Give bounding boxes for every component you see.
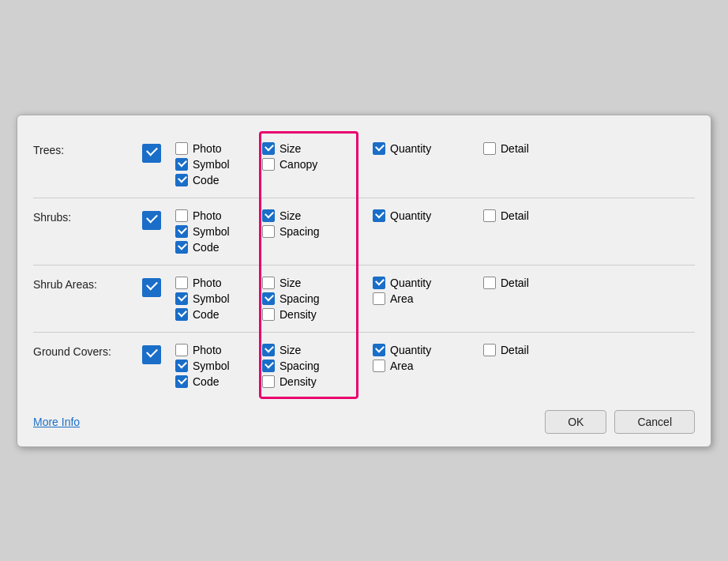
spacing-check-shrubs[interactable]: [262, 225, 275, 238]
detail-check-shrub-areas[interactable]: [483, 277, 496, 289]
main-check-shrub-areas[interactable]: [142, 278, 161, 297]
photo-label-trees[interactable]: Photo: [193, 142, 222, 155]
size-check-trees[interactable]: [262, 142, 275, 155]
density-check-ground-covers[interactable]: [262, 375, 275, 388]
code-check-shrubs[interactable]: [175, 241, 188, 254]
density-label-ground-covers[interactable]: Density: [280, 375, 317, 388]
photo-label-shrubs[interactable]: Photo: [193, 209, 222, 222]
detail-label-shrub-areas[interactable]: Detail: [501, 277, 529, 289]
col-quantity-shrub-areas: Quantity Area: [365, 277, 475, 305]
code-label-ground-covers[interactable]: Code: [193, 375, 219, 388]
area-label-ground-covers[interactable]: Area: [390, 360, 414, 372]
detail-check-trees[interactable]: [483, 142, 496, 155]
photo-check-ground-covers[interactable]: [175, 344, 188, 356]
size-label-shrubs[interactable]: Size: [280, 209, 301, 222]
spacing-label-ground-covers[interactable]: Spacing: [280, 360, 320, 372]
quantity-row-ground-covers: Quantity: [373, 344, 475, 356]
size-label-trees[interactable]: Size: [280, 142, 301, 155]
col-detail-ground-covers: Detail: [475, 344, 570, 356]
footer: More Info OK Cancel: [33, 399, 695, 434]
quantity-label-ground-covers[interactable]: Quantity: [390, 344, 431, 356]
col-quantity-trees: Quantity: [365, 142, 475, 155]
section-shrub-areas: Shrub Areas: Photo Symbol Code: [33, 265, 695, 333]
code-row-shrub-areas: Code: [175, 308, 262, 321]
detail-check-shrubs[interactable]: [483, 209, 496, 222]
size-label-shrub-areas[interactable]: Size: [280, 277, 301, 289]
size-row-trees: Size: [262, 142, 365, 155]
detail-check-ground-covers[interactable]: [483, 344, 496, 356]
quantity-check-shrub-areas[interactable]: [373, 277, 385, 289]
canopy-check-trees[interactable]: [262, 158, 275, 171]
photo-check-trees[interactable]: [175, 142, 188, 155]
size-check-ground-covers[interactable]: [262, 344, 275, 356]
quantity-row-shrubs: Quantity: [373, 209, 475, 222]
col-photo-symbol-shrub-areas: Photo Symbol Code: [175, 277, 262, 321]
cancel-button[interactable]: Cancel: [614, 410, 695, 434]
label-ground-covers: Ground Covers:: [33, 344, 128, 358]
label-trees: Trees:: [33, 142, 128, 156]
canopy-label-trees[interactable]: Canopy: [280, 158, 317, 171]
code-label-shrubs[interactable]: Code: [193, 241, 219, 254]
detail-label-shrubs[interactable]: Detail: [501, 209, 529, 222]
canopy-row-trees: Canopy: [262, 158, 365, 171]
main-check-shrubs[interactable]: [142, 211, 161, 230]
symbol-label-shrubs[interactable]: Symbol: [193, 225, 230, 238]
photo-check-shrubs[interactable]: [175, 209, 188, 222]
section-trees: Trees: Photo Symbol Code: [33, 131, 695, 198]
photo-label-shrub-areas[interactable]: Photo: [193, 277, 222, 289]
spacing-check-shrub-areas[interactable]: [262, 292, 275, 305]
size-check-shrubs[interactable]: [262, 209, 275, 222]
code-check-trees[interactable]: [175, 174, 188, 186]
photo-check-shrub-areas[interactable]: [175, 277, 188, 289]
col-photo-symbol-trees: Photo Symbol Code: [175, 142, 262, 186]
spacing-label-shrubs[interactable]: Spacing: [280, 225, 320, 238]
ok-button[interactable]: OK: [545, 410, 606, 434]
photo-row-ground-covers: Photo: [175, 344, 262, 356]
code-check-ground-covers[interactable]: [175, 375, 188, 388]
density-label-shrub-areas[interactable]: Density: [280, 308, 317, 321]
symbol-label-ground-covers[interactable]: Symbol: [193, 360, 230, 372]
detail-row-trees: Detail: [483, 142, 570, 155]
quantity-label-trees[interactable]: Quantity: [390, 142, 431, 155]
col-size-ground-covers: Size Spacing Density: [262, 344, 365, 388]
size-label-ground-covers[interactable]: Size: [280, 344, 301, 356]
more-info-button[interactable]: More Info: [33, 416, 80, 428]
size-check-shrub-areas[interactable]: [262, 277, 275, 289]
quantity-check-ground-covers[interactable]: [373, 344, 385, 356]
symbol-check-shrubs[interactable]: [175, 225, 188, 238]
area-check-ground-covers[interactable]: [373, 360, 385, 372]
code-row-trees: Code: [175, 174, 262, 186]
quantity-check-trees[interactable]: [373, 142, 385, 155]
photo-label-ground-covers[interactable]: Photo: [193, 344, 222, 356]
quantity-label-shrub-areas[interactable]: Quantity: [390, 277, 431, 289]
section-shrubs: Shrubs: Photo Symbol Code: [33, 198, 695, 265]
code-label-shrub-areas[interactable]: Code: [193, 308, 219, 321]
symbol-label-shrub-areas[interactable]: Symbol: [193, 292, 230, 305]
symbol-check-ground-covers[interactable]: [175, 360, 188, 372]
col-size-shrubs: Size Spacing: [262, 209, 365, 238]
area-check-shrub-areas[interactable]: [373, 292, 385, 305]
label-shrub-areas: Shrub Areas:: [33, 277, 128, 291]
symbol-label-trees[interactable]: Symbol: [193, 158, 230, 171]
symbol-check-trees[interactable]: [175, 158, 188, 171]
detail-label-ground-covers[interactable]: Detail: [501, 344, 529, 356]
code-row-ground-covers: Code: [175, 375, 262, 388]
quantity-label-shrubs[interactable]: Quantity: [390, 209, 431, 222]
code-check-shrub-areas[interactable]: [175, 308, 188, 321]
col-quantity-shrubs: Quantity: [365, 209, 475, 222]
symbol-check-shrub-areas[interactable]: [175, 292, 188, 305]
quantity-check-shrubs[interactable]: [373, 209, 385, 222]
sections-wrapper: Trees: Photo Symbol Code: [33, 131, 695, 399]
main-check-trees[interactable]: [142, 144, 161, 163]
spacing-label-shrub-areas[interactable]: Spacing: [280, 292, 320, 305]
area-label-shrub-areas[interactable]: Area: [390, 292, 414, 305]
symbol-row-ground-covers: Symbol: [175, 360, 262, 372]
spacing-check-ground-covers[interactable]: [262, 360, 275, 372]
detail-label-trees[interactable]: Detail: [501, 142, 529, 155]
quantity-row-trees: Quantity: [373, 142, 475, 155]
area-row-shrub-areas: Area: [373, 292, 475, 305]
main-check-ground-covers[interactable]: [142, 345, 161, 364]
density-check-shrub-areas[interactable]: [262, 308, 275, 321]
code-label-trees[interactable]: Code: [193, 174, 219, 186]
footer-buttons: OK Cancel: [545, 410, 695, 434]
